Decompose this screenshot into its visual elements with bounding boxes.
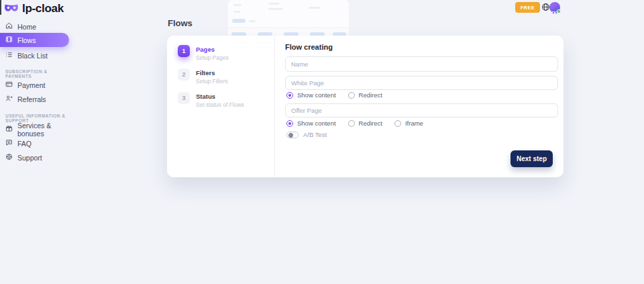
sidebar-item-label: Support (17, 154, 42, 162)
logo-text: lp-cloak (22, 2, 64, 15)
flow-creating-modal: 1 Pages Setup Pages 2 Filters Setup Filt… (167, 36, 564, 177)
online-status-dot (557, 9, 561, 13)
mask-logo-icon (4, 3, 19, 15)
step-number: 3 (178, 92, 190, 104)
radio-icon[interactable] (286, 92, 293, 99)
step-subtitle: Setup Pages (196, 54, 229, 61)
globe-icon[interactable] (541, 3, 550, 12)
sidebar-item-black-list[interactable]: Black List (0, 50, 74, 61)
sidebar-item-label: FAQ (17, 140, 32, 148)
sidebar-section-subscription: SUBSCRIPTION & PAYMENTS (5, 69, 71, 79)
sidebar-item-support[interactable]: Support (0, 152, 74, 163)
radio-icon[interactable] (394, 120, 401, 127)
sidebar-item-label: Flows (17, 36, 36, 44)
page-title: Flows (168, 18, 193, 28)
step-title: Pages (196, 45, 229, 53)
list-icon (5, 51, 13, 60)
sidebar-item-label: Black List (17, 52, 48, 60)
ab-test-label: A/B Test (303, 131, 327, 138)
avatar[interactable] (549, 2, 560, 13)
sidebar-item-label: Services & bonuses (17, 122, 74, 138)
white-page-radio-group: Show content Redirect (286, 91, 382, 99)
radio-redirect[interactable]: Redirect (348, 120, 382, 127)
sidebar-item-label: Payment (17, 81, 45, 89)
radio-show-content[interactable]: Show content (286, 91, 336, 99)
credit-card-icon (5, 81, 13, 89)
step-title: Status (196, 92, 244, 100)
chat-icon (5, 139, 13, 148)
offer-page-radio-group: Show content Redirect Iframe (286, 120, 423, 127)
name-input[interactable] (285, 56, 558, 72)
app-window: lp-cloak FREE Home Flows Black L (0, 0, 644, 284)
modal-divider (274, 36, 275, 177)
sidebar-item-services[interactable]: Services & bonuses (0, 124, 74, 135)
radio-icon[interactable] (348, 92, 355, 99)
step-status[interactable]: 3 Status Set status of Flows (178, 92, 244, 108)
logo[interactable]: lp-cloak (4, 2, 64, 15)
ab-test-toggle[interactable] (286, 132, 299, 138)
radio-show-content[interactable]: Show content (286, 120, 336, 127)
gift-icon (5, 125, 13, 134)
radio-icon[interactable] (286, 120, 293, 127)
flows-icon (5, 36, 13, 44)
radio-redirect[interactable]: Redirect (348, 91, 382, 99)
step-number: 1 (178, 45, 190, 57)
sidebar-item-flows[interactable]: Flows (0, 33, 69, 47)
offer-page-input[interactable] (285, 103, 558, 117)
sidebar-item-faq[interactable]: FAQ (0, 138, 74, 149)
modal-title: Flow creating (285, 43, 333, 51)
home-icon (5, 22, 13, 31)
step-pages[interactable]: 1 Pages Setup Pages (178, 45, 229, 61)
sidebar-item-home[interactable]: Home (0, 21, 74, 32)
step-number: 2 (178, 68, 190, 81)
sidebar-item-label: Referrals (17, 95, 46, 103)
user-plus-icon (5, 95, 13, 103)
step-filters[interactable]: 2 Filters Setup Filters (178, 68, 228, 85)
free-plan-button[interactable]: FREE (515, 2, 540, 13)
sidebar-item-payment[interactable]: Payment (0, 79, 74, 91)
lifebuoy-icon (5, 153, 13, 162)
next-step-button[interactable]: Next step (511, 150, 553, 167)
radio-icon[interactable] (348, 120, 355, 127)
sidebar-item-referrals[interactable]: Referrals (0, 93, 74, 105)
step-subtitle: Setup Filters (196, 78, 228, 85)
flow-form: Flow creating Show content Redirect Show… (285, 36, 558, 177)
white-page-input[interactable] (285, 76, 558, 90)
step-title: Filters (196, 68, 228, 77)
radio-iframe[interactable]: Iframe (394, 120, 423, 127)
window-edge (0, 0, 1, 15)
sidebar-item-label: Home (17, 23, 36, 31)
ab-test-row: A/B Test (286, 131, 327, 138)
step-subtitle: Set status of Flows (196, 101, 244, 108)
